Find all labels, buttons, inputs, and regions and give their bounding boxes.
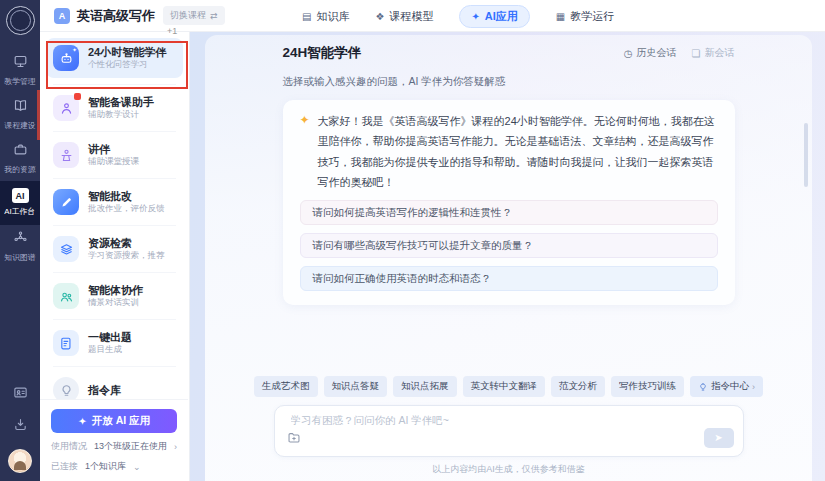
tab-ai-apps[interactable]: ✦ AI应用 (459, 5, 529, 28)
course-badge-icon: A (54, 8, 70, 24)
left-rail: 教学管理 课程建设 我的资源 AI AI工作台 知识图谱 (0, 0, 40, 481)
screen-icon (13, 54, 28, 73)
notification-badge (74, 93, 81, 100)
tool-subtitle: 题目生成 (88, 344, 132, 356)
history-label: 历史会话 (637, 46, 677, 60)
chip-writing-skill-training[interactable]: 写作技巧训练 (611, 376, 684, 397)
podium-icon (53, 142, 79, 168)
panel-subtitle: 选择或输入感兴趣的问题，AI 学伴为你答疑解惑 (283, 75, 735, 89)
folder-add-icon[interactable] (287, 431, 301, 449)
suggested-question-2[interactable]: 请问有哪些高级写作技巧可以提升文章的质量？ (300, 233, 718, 258)
chip-sample-analysis[interactable]: 范文分析 (551, 376, 605, 397)
tool-item-ai-companion[interactable]: ✦ 24小时智能学伴 个性化问答学习 (46, 38, 183, 78)
history-button[interactable]: ◷ 历史会话 (624, 46, 677, 60)
quick-action-chips: 生成艺术图 知识点答疑 知识点拓展 英文转中文翻译 范文分析 写作技巧训练 指令… (274, 376, 744, 397)
layers-icon (53, 236, 79, 262)
briefcase-icon (13, 142, 28, 161)
usage-label: 使用情况 (51, 440, 87, 453)
book-icon (13, 98, 28, 117)
tools-sidebar: ✦ 24小时智能学伴 个性化问答学习 智能备课助手 辅助教学设计 (40, 32, 190, 481)
chip-generate-art[interactable]: 生成艺术图 (254, 376, 318, 397)
tool-title: 一键出题 (88, 330, 132, 345)
chip-knowledge-expand[interactable]: 知识点拓展 (393, 376, 457, 397)
send-button[interactable]: ➤ (704, 428, 734, 448)
tool-title: 讲伴 (88, 142, 139, 157)
chevron-right-icon: › (174, 442, 177, 452)
tab-label: AI应用 (485, 9, 518, 24)
tool-title: 24小时智能学伴 (88, 45, 166, 60)
connected-kb-row[interactable]: 已连接 1个知识库 ⌄ (51, 460, 177, 473)
rail-item-teaching-management[interactable]: 教学管理 (0, 49, 40, 93)
suggested-question-1[interactable]: 请问如何提高英语写作的逻辑性和连贯性？ (300, 200, 718, 225)
tool-title: 资源检索 (88, 236, 165, 251)
main-tabs: ▤ 知识库 ❖ 课程模型 ✦ AI应用 ▦ 教学运行 (302, 0, 614, 32)
tab-teaching-run[interactable]: ▦ 教学运行 (556, 9, 614, 24)
suggested-question-3[interactable]: 请问如何正确使用英语的时态和语态？ (300, 266, 718, 291)
contact-card-icon[interactable] (13, 385, 28, 404)
robot-icon: ✦ (53, 45, 79, 71)
usage-status-row[interactable]: 使用情况 13个班级正在使用 › (51, 440, 177, 453)
chevron-down-icon: ⌄ (133, 462, 141, 472)
connected-value: 1个知识库 (85, 460, 126, 473)
graph-icon (13, 230, 28, 249)
tool-subtitle: 个性化问答学习 (88, 59, 166, 71)
sparkle-icon: ✦ (300, 111, 310, 192)
tool-item-resource-search[interactable]: 资源检索 学习资源搜索，推荐 (40, 226, 189, 272)
tool-item-lesson-prep-assistant[interactable]: 智能备课助手 辅助教学设计 (40, 85, 189, 131)
tab-label: 课程模型 (389, 9, 433, 24)
tool-subtitle: 辅助教学设计 (88, 109, 154, 121)
page-title: 24H智能学伴 (283, 44, 362, 62)
switch-course-label: 切换课程 (170, 9, 206, 22)
command-center-label: 指令中心 (711, 380, 749, 393)
ai-disclaimer: 以上内容均由AI生成，仅供参考和借鉴 (274, 463, 744, 476)
command-center-chip[interactable]: 指令中心 › (690, 376, 763, 397)
open-ai-apps-button[interactable]: ✦ 开放 AI 应用 (51, 409, 177, 433)
rail-item-course-building[interactable]: 课程建设 (0, 93, 40, 137)
main-area: 24H智能学伴 ◷ 历史会话 ❏ 新会话 选择或输入感兴趣的问题，AI 学伴为你… (190, 32, 825, 481)
sparkle-icon: ✦ (471, 11, 479, 22)
welcome-message-text: 大家好！我是《英语高级写作》课程的24小时智能学伴。无论何时何地，我都在这里陪伴… (318, 111, 718, 192)
download-icon[interactable] (13, 417, 28, 436)
course-title: 英语高级写作 (77, 7, 155, 25)
tab-label: 教学运行 (570, 9, 614, 24)
sparkle-icon: ✦ (78, 415, 87, 427)
new-chat-label: 新会话 (705, 46, 735, 60)
document-pencil-icon (53, 330, 79, 356)
app-window: 教学管理 课程建设 我的资源 AI AI工作台 知识图谱 A 英语高级写作 切换… (0, 0, 825, 481)
swap-icon: ⇄ (210, 11, 218, 21)
chat-input-box[interactable]: ➤ (274, 405, 744, 457)
people-icon (53, 283, 79, 309)
tool-item-quiz-generator[interactable]: 一键出题 题目生成 (40, 320, 189, 366)
chip-en-to-zh-translate[interactable]: 英文转中文翻译 (463, 376, 546, 397)
tab-knowledge-base[interactable]: ▤ 知识库 (302, 9, 349, 24)
rail-bottom (0, 385, 40, 473)
clock-icon: ◷ (624, 48, 633, 59)
new-chat-button[interactable]: ❏ 新会话 (692, 46, 735, 60)
tab-course-model[interactable]: ❖ 课程模型 (375, 9, 433, 24)
ai-badge-icon: AI (12, 188, 29, 203)
switch-course-button[interactable]: 切换课程 ⇄ (163, 6, 225, 25)
rail-item-label: 教学管理 (4, 76, 35, 87)
tool-item-smart-grading[interactable]: 智能批改 批改作业，评价反馈 (40, 179, 189, 225)
tool-subtitle: 情景对话实训 (88, 297, 143, 309)
tool-item-agent-collaboration[interactable]: 智能体协作 情景对话实训 (40, 273, 189, 319)
rail-item-label: 知识图谱 (4, 252, 35, 263)
rail-item-knowledge-graph[interactable]: 知识图谱 (0, 225, 40, 269)
chat-icon: ❏ (692, 48, 701, 59)
connected-label: 已连接 (51, 460, 78, 473)
model-icon: ❖ (375, 11, 384, 22)
usage-value: 13个班级正在使用 (94, 440, 167, 453)
chip-knowledge-qa[interactable]: 知识点答疑 (324, 376, 388, 397)
tool-title: 智能体协作 (88, 283, 143, 298)
tool-subtitle: 批改作业，评价反馈 (88, 203, 165, 215)
rail-item-label: 我的资源 (4, 164, 35, 175)
user-avatar[interactable] (8, 449, 32, 473)
mini-sparkle-icon: ✦ (72, 46, 77, 53)
chat-input[interactable] (289, 413, 729, 427)
rail-item-label: 课程建设 (4, 120, 35, 131)
rail-item-ai-workbench[interactable]: AI AI工作台 (0, 181, 40, 225)
rail-item-my-resources[interactable]: 我的资源 (0, 137, 40, 181)
rail-item-label: AI工作台 (5, 206, 36, 217)
tool-item-lecture-companion[interactable]: 讲伴 辅助课堂授课 (40, 132, 189, 178)
scrollbar-thumb[interactable] (804, 123, 808, 187)
